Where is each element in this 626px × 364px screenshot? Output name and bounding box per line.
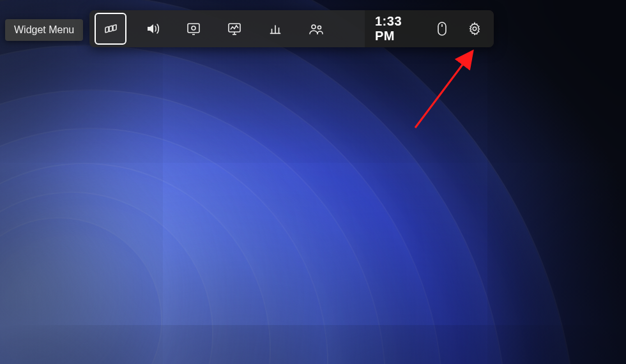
bar-chart-icon [268,22,282,36]
widget-menu-button[interactable] [95,13,126,45]
speaker-icon [145,21,160,36]
xbox-game-bar: 1:33 PM [89,10,494,47]
svg-rect-1 [109,26,112,31]
svg-rect-3 [188,24,199,33]
xbox-social-button[interactable] [302,14,331,43]
resources-button[interactable] [261,14,290,43]
gamebar-right-zone: 1:33 PM [365,10,494,47]
people-icon [309,21,324,36]
widget-menu-tooltip: Widget Menu [5,19,83,41]
desktop-wallpaper [0,0,626,364]
svg-point-17 [473,27,477,31]
settings-button[interactable] [461,14,487,43]
svg-point-4 [192,26,195,30]
gear-icon [468,22,482,36]
widget-menu-icon [103,21,118,36]
mouse-button[interactable] [429,14,455,43]
audio-button[interactable] [138,14,167,43]
svg-point-14 [318,26,321,29]
gamebar-clock: 1:33 PM [375,14,420,43]
tooltip-text: Widget Menu [14,24,74,35]
svg-point-13 [312,25,316,29]
mouse-icon [436,21,448,36]
capture-icon [186,21,201,36]
performance-button[interactable] [220,14,249,43]
performance-monitor-icon [227,21,242,36]
svg-rect-2 [113,25,116,31]
svg-rect-0 [105,27,109,33]
capture-button[interactable] [179,14,208,43]
